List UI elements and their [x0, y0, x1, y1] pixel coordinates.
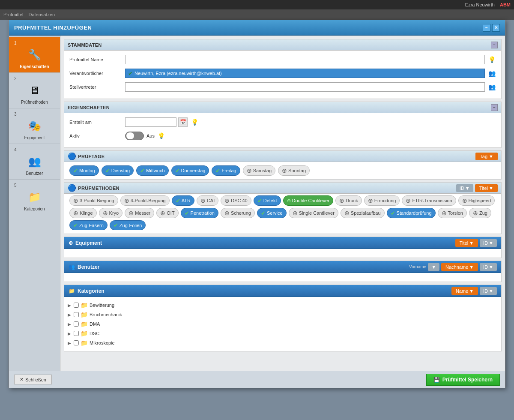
- cb-mikroskopie[interactable]: [74, 340, 79, 345]
- pill-ftir[interactable]: ⊕ FTIR-Transmission: [402, 195, 456, 206]
- eigenschaften-section: Eigenschaften − Erstellt am 📅 💡: [64, 102, 502, 148]
- pill-highspeed[interactable]: ⊕ Highspeed: [458, 195, 495, 206]
- sidebar-item-pruefmethoden[interactable]: 2 🖥 Prüfmethoden: [9, 73, 60, 108]
- stammdaten-collapse[interactable]: −: [491, 42, 498, 48]
- double-cantilever-plus: ⊕: [287, 198, 291, 204]
- top-bar-abm[interactable]: ABM: [500, 2, 511, 7]
- stammdaten-title: Stammdaten: [68, 42, 102, 48]
- pill-messer[interactable]: ⊕ Messer: [125, 208, 154, 218]
- cb-dsc[interactable]: [74, 331, 79, 336]
- pruefmethoden-header: 🔵 Prüfmethoden ID ▼ Titel ▼: [64, 183, 501, 194]
- stellvertreter-user-icon[interactable]: 👥: [487, 83, 496, 91]
- pill-druck[interactable]: ⊕ Druck: [335, 195, 362, 206]
- 3punkt-label: 3 Punkt Biegung: [80, 198, 114, 203]
- torsion-label: Torsion: [448, 210, 463, 216]
- pill-atr[interactable]: ✔ ATR: [172, 195, 194, 206]
- pill-freitag[interactable]: ✔ Freitag: [212, 165, 240, 176]
- pill-donnerstag[interactable]: ✔ Donnerstag: [171, 165, 209, 176]
- equipment-header[interactable]: ⊕ Equipment Titel ▼ ID ▼: [64, 237, 501, 249]
- users-icon: 👥: [26, 153, 43, 170]
- modal-header-buttons: − ✕: [483, 24, 500, 32]
- pill-samstag[interactable]: ⊕ Samstag: [243, 165, 275, 176]
- druck-label: Druck: [346, 198, 358, 203]
- pruefmethoden-titel-sort[interactable]: Titel ▼: [475, 184, 498, 192]
- date-input[interactable]: [125, 117, 176, 127]
- stellvertreter-input[interactable]: [125, 82, 485, 92]
- kategorien-name-sort[interactable]: Name ▼: [451, 287, 478, 295]
- equipment-id-sort[interactable]: ID ▼: [480, 239, 497, 247]
- prueftage-section: 🔵 Prüftage Tag ▼ ✔ Montag ✔: [64, 150, 502, 180]
- pill-service[interactable]: ✔ Service: [257, 208, 287, 218]
- pill-torsion[interactable]: ⊕ Torsion: [438, 208, 467, 218]
- zug-fasern-check: ✔: [73, 222, 78, 228]
- montag-label: Montag: [79, 168, 95, 173]
- pill-oit[interactable]: ⊕ OIT: [156, 208, 178, 218]
- schliessen-button[interactable]: ✕ Schließen: [14, 375, 52, 384]
- pill-montag[interactable]: ✔ Montag: [69, 165, 99, 176]
- pill-scherung[interactable]: ⊕ Scherung: [221, 208, 255, 218]
- modal-footer: ✕ Schließen 💾 Prüfmittel Speichern: [9, 371, 505, 388]
- sub-bar-item-2[interactable]: Datensätzen: [28, 12, 55, 17]
- verantwortlicher-user-icon[interactable]: 👥: [487, 69, 496, 78]
- equipment-sort: Titel ▼ ID ▼: [455, 239, 497, 247]
- equipment-titel-sort[interactable]: Titel ▼: [455, 239, 478, 247]
- pruefmittel-name-input[interactable]: [125, 55, 485, 64]
- ftir-label: FTIR-Transmission: [412, 198, 452, 203]
- save-pruefmittel-button[interactable]: 💾 Prüfmittel Speichern: [426, 374, 500, 386]
- pill-4punkt[interactable]: ⊕ 4-Punkt-Biegung: [120, 195, 170, 206]
- sidebar-item-equipment[interactable]: 3 🎭 Equipment: [9, 108, 60, 144]
- aktiv-toggle[interactable]: [125, 132, 144, 140]
- pill-single-cantilever[interactable]: ⊕ Single Cantilever: [289, 208, 338, 218]
- pill-dienstag[interactable]: ✔ Dienstag: [102, 165, 134, 176]
- expand-dsc[interactable]: ▶: [68, 331, 72, 336]
- pill-defekt[interactable]: ✔ Defekt: [254, 195, 281, 206]
- pill-mittwoch[interactable]: ✔ Mittwoch: [136, 165, 168, 176]
- pill-zug[interactable]: ⊕ Zug: [469, 208, 491, 218]
- verantwortlicher-field[interactable]: ✔ Neuwirth, Ezra (ezra.neuwirth@knweb.at…: [125, 69, 485, 78]
- pill-klinge[interactable]: ⊕ Klinge: [69, 208, 97, 218]
- sidebar-item-eigenschaften[interactable]: 1 🔧 Eigenschaften: [9, 37, 60, 73]
- pill-dsc40[interactable]: ⊕ DSC 40: [221, 195, 251, 206]
- benutzer-id-sort[interactable]: ID ▼: [480, 263, 497, 271]
- pill-standardprufung[interactable]: ✔ Standardprüfung: [387, 208, 436, 218]
- pill-kryo[interactable]: ⊕ Kryo: [99, 208, 123, 218]
- pill-zug-fasern[interactable]: ✔ Zug-Fasern: [69, 220, 108, 230]
- benutzer-header[interactable]: 👥 Benutzer Vorname ▼ Nachname ▼ ID ▼: [64, 261, 501, 273]
- kategorien-header[interactable]: 📁 Kategorien Name ▼ ID ▼: [64, 285, 501, 297]
- prueftage-tag-button[interactable]: Tag ▼: [475, 153, 498, 160]
- kryo-label: Kryo: [109, 210, 119, 216]
- pruefmethoden-id-sort[interactable]: ID ▼: [456, 184, 473, 192]
- pill-penetration[interactable]: ✔ Penetration: [181, 208, 218, 218]
- expand-bruchmechanik[interactable]: ▶: [68, 312, 72, 317]
- minimize-button[interactable]: −: [483, 24, 490, 32]
- pill-cai[interactable]: ⊕ CAI: [197, 195, 218, 206]
- pruefmethoden-section: 🔵 Prüfmethoden ID ▼ Titel ▼: [64, 182, 502, 234]
- cb-dma[interactable]: [74, 321, 79, 327]
- close-button-header[interactable]: ✕: [492, 24, 500, 32]
- kategorien-id-sort[interactable]: ID ▼: [480, 287, 497, 295]
- modal-header: Prüfmittel Hinzufügen − ✕: [9, 20, 505, 36]
- pill-zug-folien[interactable]: ✔ Zug-Folien: [110, 220, 146, 230]
- eigenschaften-collapse[interactable]: −: [491, 104, 498, 111]
- expand-bewitterung[interactable]: ▶: [68, 303, 72, 308]
- pill-sonntag[interactable]: ⊕ Sonntag: [278, 165, 310, 176]
- zug-folien-check: ✔: [114, 222, 118, 228]
- defekt-label: Defekt: [263, 198, 277, 203]
- benutzer-nachname-sort[interactable]: Nachname ▼: [441, 263, 478, 271]
- pruefmittel-name-label: Prüfmittel Name: [69, 57, 125, 62]
- sub-bar-item-1[interactable]: Prüfmittel: [3, 12, 23, 17]
- pill-spezialaufbau[interactable]: ⊕ Spezialaufbau: [341, 208, 385, 218]
- sidebar-num-5: 5: [14, 183, 17, 188]
- expand-mikroskopie[interactable]: ▶: [68, 341, 72, 345]
- pill-double-cantilever[interactable]: ⊕ Double Cantilever: [283, 195, 333, 206]
- expand-dma[interactable]: ▶: [68, 322, 72, 327]
- pill-ermudung[interactable]: ⊕ Ermüdung: [364, 195, 400, 206]
- cb-bruchmechanik[interactable]: [74, 312, 79, 317]
- pill-3punkt[interactable]: ⊕ 3 Punkt Biegung: [69, 195, 118, 206]
- sidebar-item-kategorien[interactable]: 5 📁 Kategorien: [9, 180, 60, 215]
- calendar-icon[interactable]: 📅: [178, 117, 188, 127]
- cb-bewitterung[interactable]: [74, 303, 79, 308]
- label-dsc: DSC: [90, 331, 99, 336]
- sidebar-item-benutzer[interactable]: 4 👥 Benutzer: [9, 144, 60, 180]
- benutzer-vorname-sort[interactable]: ▼: [428, 263, 439, 271]
